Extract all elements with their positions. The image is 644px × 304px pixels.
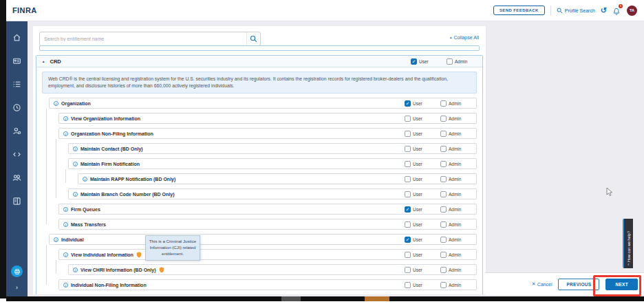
user-check-group: User xyxy=(405,176,435,182)
admin-checkbox-label: Admin xyxy=(449,146,461,151)
admin-checkbox-label: Admin xyxy=(449,283,461,287)
entitlement-row: iFirm Queues✓UserAdmin xyxy=(58,204,477,215)
admin-checkbox[interactable] xyxy=(440,282,447,288)
entitlement-label: Individual Non-Filing Information xyxy=(71,283,147,287)
entitlement-row: iIndividual✓UserAdmin xyxy=(49,234,477,245)
info-icon[interactable]: i xyxy=(63,222,68,227)
sidebar-item-entitlement-list[interactable] xyxy=(12,80,21,89)
admin-check-group: Admin xyxy=(440,100,471,107)
info-icon[interactable]: i xyxy=(83,177,87,182)
info-icon[interactable]: i xyxy=(63,116,68,121)
entitlement-row: iMaintain Contact (BD Only)UserAdmin xyxy=(68,143,477,154)
collapse-all-link[interactable]: ▲ Collapse All xyxy=(449,35,479,40)
entitlement-search[interactable] xyxy=(39,32,261,46)
user-checkbox-label: User xyxy=(413,252,422,257)
notifications-button[interactable]: 1 xyxy=(612,6,621,15)
next-button[interactable]: NEXT xyxy=(605,279,638,290)
user-checkbox-label: User xyxy=(413,116,422,121)
info-icon[interactable]: i xyxy=(73,146,78,151)
sidebar-item-help-panel[interactable] xyxy=(12,197,21,206)
info-icon[interactable]: i xyxy=(63,252,68,257)
admin-checkbox[interactable] xyxy=(440,161,447,167)
entitlement-row: iView Individual InformationUserAdmin xyxy=(58,249,477,260)
user-check-group: User xyxy=(405,146,435,152)
divider xyxy=(550,6,551,15)
user-checkbox[interactable]: ✓ xyxy=(405,100,411,107)
admin-checkbox-label: Admin xyxy=(449,268,461,272)
sidebar-item-id-card[interactable] xyxy=(12,56,21,65)
sidebar-item-developer-code[interactable] xyxy=(12,150,21,159)
avatar[interactable]: TA xyxy=(627,6,637,16)
admin-checkbox[interactable] xyxy=(440,267,447,273)
help-panel-icon xyxy=(12,197,21,206)
user-checkbox[interactable] xyxy=(405,252,411,258)
info-icon[interactable]: i xyxy=(54,237,58,242)
search-icon xyxy=(557,8,563,14)
collapse-caret-icon[interactable]: ▲ xyxy=(42,60,45,63)
user-checkbox[interactable] xyxy=(405,176,411,182)
user-checkbox[interactable]: ✓ xyxy=(405,237,411,243)
sidebar-item-user-settings[interactable] xyxy=(12,127,21,135)
user-checkbox[interactable] xyxy=(405,116,411,122)
info-icon[interactable]: i xyxy=(73,192,78,197)
search-input[interactable] xyxy=(40,36,246,41)
cancel-link[interactable]: ✕ Cancel xyxy=(532,281,552,287)
admin-checkbox[interactable] xyxy=(440,237,447,243)
sidebar-item-home[interactable] xyxy=(12,33,21,42)
admin-checkbox[interactable] xyxy=(440,100,447,107)
user-checkbox[interactable] xyxy=(405,267,411,273)
entitlement-row: iMaintain RAPP Notification (BD Only)Use… xyxy=(78,173,477,184)
user-checkbox[interactable] xyxy=(405,146,411,152)
cji-shield-icon xyxy=(136,252,142,258)
row-checkboxes: UserAdmin xyxy=(405,176,471,182)
user-check-group: ✓User xyxy=(405,100,435,107)
row-checkboxes: UserAdmin xyxy=(405,146,471,152)
admin-checkbox[interactable] xyxy=(440,252,447,258)
admin-check-group: Admin xyxy=(440,176,471,182)
admin-check-group: Admin xyxy=(440,282,471,288)
print-button[interactable] xyxy=(11,265,23,277)
user-checkbox[interactable]: ✓ xyxy=(405,206,411,213)
user-checkbox[interactable] xyxy=(405,191,411,197)
admin-checkbox[interactable] xyxy=(440,116,447,122)
help-tab[interactable]: How can we help? ‹ xyxy=(623,219,633,268)
user-check-group: ✓User xyxy=(405,206,435,213)
admin-check-group: Admin xyxy=(440,161,471,167)
cji-shield-icon-wrap xyxy=(136,252,142,258)
user-checkbox[interactable] xyxy=(405,131,411,137)
developer-code-icon xyxy=(12,150,21,159)
admin-checkbox[interactable] xyxy=(447,58,453,65)
previous-button[interactable]: PREVIOUS xyxy=(558,279,599,290)
sidebar-expand-chevron-icon[interactable]: › xyxy=(16,284,18,291)
info-icon[interactable]: i xyxy=(63,207,68,212)
profile-search-link[interactable]: Profile Search xyxy=(557,8,595,14)
history-icon[interactable]: ↺ xyxy=(601,7,607,14)
admin-checkbox[interactable] xyxy=(440,191,447,197)
admin-check-group: Admin xyxy=(440,191,471,197)
info-icon[interactable]: i xyxy=(73,162,78,166)
sidebar-item-history[interactable] xyxy=(12,103,21,112)
admin-checkbox-label: Admin xyxy=(449,116,461,121)
send-feedback-button[interactable]: SEND FEEDBACK xyxy=(493,6,545,15)
sidebar-item-user-group[interactable] xyxy=(12,173,21,182)
info-icon[interactable]: i xyxy=(54,101,58,106)
user-checkbox-label: User xyxy=(413,268,422,272)
info-icon[interactable]: i xyxy=(63,283,68,287)
search-submit-button[interactable] xyxy=(246,32,260,45)
admin-checkbox[interactable] xyxy=(440,131,447,137)
user-checkbox[interactable] xyxy=(405,221,411,228)
admin-checkbox[interactable] xyxy=(440,176,447,182)
admin-checkbox[interactable] xyxy=(440,221,447,228)
user-checkbox[interactable] xyxy=(405,282,411,288)
user-checkbox-label: User xyxy=(413,237,422,242)
admin-checkbox[interactable] xyxy=(440,146,447,152)
user-checkbox[interactable]: ✓ xyxy=(411,58,417,65)
crd-section-header[interactable]: ▲ CRD ✓UserAdmin xyxy=(36,56,482,67)
info-icon[interactable]: i xyxy=(63,131,68,136)
user-checkbox[interactable] xyxy=(405,161,411,167)
info-icon[interactable]: i xyxy=(73,268,78,272)
home-icon xyxy=(12,33,21,42)
admin-checkbox[interactable] xyxy=(440,206,447,213)
main-content: ▲ Collapse All ▲ CRD ✓UserAdmin Web CRD®… xyxy=(28,21,644,296)
row-checkboxes: ✓UserAdmin xyxy=(405,237,471,243)
